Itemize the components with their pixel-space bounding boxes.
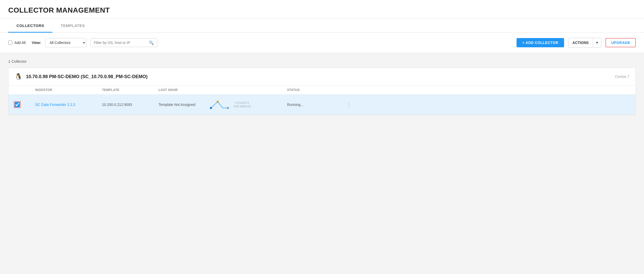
col-header-lasthour: LAST HOUR <box>159 88 210 92</box>
row-status: Running... <box>287 103 344 107</box>
tabs-container: COLLECTORS TEMPLATES <box>0 19 644 33</box>
row-checkbox[interactable] <box>15 102 20 107</box>
tab-templates[interactable]: TEMPLATES <box>52 19 93 33</box>
linux-icon: 🐧 <box>15 73 22 80</box>
col-header-chart <box>210 88 287 92</box>
collector-header: 🐧 10.70.0.98 PM-SC-DEMO (SC_10.70.0.98_P… <box>8 68 636 86</box>
add-all-checkbox[interactable] <box>8 41 12 45</box>
add-all-text: Add All <box>14 41 26 45</box>
tab-collectors[interactable]: COLLECTORS <box>8 19 52 33</box>
row-collector-name[interactable]: SC Data Forwarder 2.2.3 <box>35 103 102 107</box>
svg-point-2 <box>227 107 229 109</box>
collector-card: 🐧 10.70.0.98 PM-SC-DEMO (SC_10.70.0.98_P… <box>8 68 636 115</box>
search-icon: 🔍 <box>149 40 154 45</box>
row-more-icon[interactable]: ⋮ <box>344 102 354 108</box>
events-label: 0 EVENTS PER MINUTE <box>234 101 251 108</box>
col-header-ingestor: INGESTOR <box>35 88 102 92</box>
add-all-label[interactable]: Add All <box>8 41 26 45</box>
row-template: Template Not Assigned <box>159 103 210 107</box>
actions-caret-icon[interactable]: ▼ <box>593 38 601 47</box>
col-header-actions <box>344 88 354 92</box>
view-select[interactable]: All Collectors My Collectors <box>45 38 86 47</box>
filter-input-wrapper: 🔍 <box>90 38 157 47</box>
header-section: COLLECTOR MANAGEMENT <box>0 0 644 19</box>
page-wrapper: COLLECTOR MANAGEMENT COLLECTORS TEMPLATE… <box>0 0 644 274</box>
upgrade-button[interactable]: UPGRADE <box>605 38 636 47</box>
table-row: SC Data Forwarder 2.2.3 10.200.0.212:909… <box>8 95 636 115</box>
view-label: View: <box>32 41 41 45</box>
svg-point-1 <box>217 101 219 103</box>
main-content: 1 Collector 🐧 10.70.0.98 PM-SC-DEMO (SC_… <box>0 53 644 274</box>
events-count: 0 EVENTS <box>234 101 251 105</box>
events-unit: PER MINUTE <box>234 105 251 108</box>
mini-chart <box>210 98 231 111</box>
collector-name: 10.70.0.98 PM-SC-DEMO (SC_10.70.0.98_PM-… <box>26 74 148 79</box>
actions-label[interactable]: ACTIONS <box>568 38 593 47</box>
chart-area: 0 EVENTS PER MINUTE <box>210 98 287 111</box>
col-header-status: STATUS <box>287 88 344 92</box>
actions-dropdown: ACTIONS ▼ <box>568 38 602 48</box>
row-checkbox-wrapper <box>15 102 35 107</box>
add-collector-button[interactable]: + ADD COLLECTOR <box>517 38 564 47</box>
collector-count: 1 Collector <box>8 59 636 63</box>
page-title: COLLECTOR MANAGEMENT <box>8 6 636 14</box>
col-header-checkbox <box>15 88 35 92</box>
filter-input[interactable] <box>94 39 149 47</box>
table-header: INGESTOR TEMPLATE LAST HOUR STATUS <box>8 86 636 95</box>
row-ingestor: 10.200.0.212:9093 <box>102 103 159 107</box>
toolbar: Add All View: All Collectors My Collecto… <box>0 33 644 53</box>
collector-os: Centos 7 <box>615 75 629 79</box>
col-header-template: TEMPLATE <box>102 88 159 92</box>
